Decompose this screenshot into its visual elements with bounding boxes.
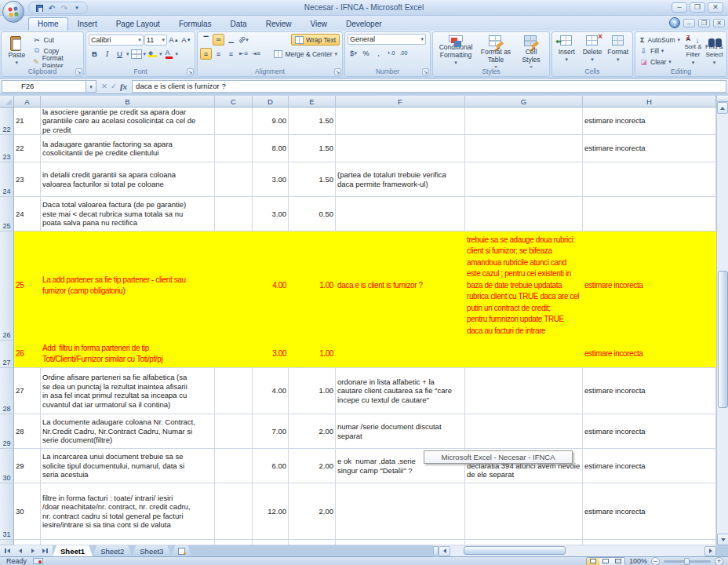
zoom-slider-thumb[interactable] [684, 558, 690, 565]
ribbon-tab-insert[interactable]: Insert [68, 17, 107, 31]
sort-filter-button[interactable]: A Z ↓ Sort & Filter▾ [683, 34, 703, 67]
ribbon-tab-page-layout[interactable]: Page Layout [107, 17, 169, 31]
split-handle[interactable] [717, 96, 728, 102]
fill-color-button[interactable]: ◆ [147, 48, 158, 60]
cell-G26[interactable]: trebuie sa se adauge doua rubrici: clien… [465, 231, 583, 341]
column-header-H[interactable]: H [583, 96, 716, 108]
prev-sheet-button[interactable] [14, 546, 26, 556]
cell-E25[interactable]: 0.50 [289, 197, 336, 231]
cell-C30[interactable] [215, 449, 253, 483]
cell-B31[interactable]: filtre in forma facturi : toate/ intrari… [41, 483, 215, 540]
font-color-button[interactable]: A [163, 48, 175, 60]
italic-button[interactable]: I [101, 48, 113, 60]
row-header-partial[interactable] [0, 540, 14, 545]
first-sheet-button[interactable] [2, 546, 13, 556]
cell-F27[interactable] [336, 341, 465, 368]
clipboard-dialog-launcher[interactable]: ↘ [75, 68, 82, 75]
cell-C27[interactable] [215, 341, 253, 368]
cell-E27[interactable]: 1.00 [289, 341, 336, 368]
cell-B27[interactable]: Add filtru in forma parteneri de tip Tot… [41, 341, 215, 368]
cell-G27[interactable] [465, 341, 583, 368]
cell-styles-button[interactable]: Cell Styles▾ [515, 34, 547, 67]
cell-E24[interactable]: 1.50 [289, 162, 336, 197]
cell-F26[interactable]: daca e is client is furnizor ? [336, 231, 465, 341]
scroll-down-button[interactable] [717, 534, 728, 545]
cell-H30[interactable]: estimare incorecta [583, 449, 716, 483]
normal-view-button[interactable] [587, 558, 599, 565]
cell-B30[interactable]: La incarcarea unui document trebuie sa s… [41, 449, 215, 483]
cell-C22[interactable] [215, 108, 253, 135]
cell-H24[interactable] [583, 162, 716, 197]
zoom-slider[interactable] [664, 560, 711, 563]
row-header-26[interactable]: 26 [0, 231, 14, 341]
cell-A23[interactable]: 22 [14, 135, 41, 162]
cell-A30[interactable]: 29 [14, 449, 41, 483]
bottom-align-button[interactable]: ▁ [225, 34, 237, 46]
alignment-dialog-launcher[interactable]: ↘ [334, 68, 341, 75]
cell-F25[interactable] [336, 197, 465, 231]
row-header-23[interactable]: 23 [0, 135, 14, 162]
column-header-E[interactable]: E [289, 96, 336, 108]
find-select-button[interactable]: Find & Select▾ [704, 34, 724, 67]
cell-B26[interactable]: La add partener sa fie tip partener - cl… [41, 231, 215, 341]
cell-D28[interactable]: 4.00 [253, 368, 289, 414]
record-macro-icon[interactable] [33, 558, 43, 564]
insert-function-icon[interactable]: fx [120, 82, 127, 91]
ribbon-tab-developer[interactable]: Developer [337, 17, 391, 31]
cell-partial-A[interactable] [14, 540, 41, 545]
horizontal-scroll-thumb[interactable] [464, 546, 566, 555]
cell-C31[interactable] [215, 483, 253, 540]
top-align-button[interactable]: ▔ [200, 34, 212, 46]
cut-button[interactable]: ✂Cut [31, 35, 81, 46]
insert-worksheet-tab[interactable] [171, 545, 191, 556]
row-header-25[interactable]: 25 [0, 197, 14, 231]
cell-G22[interactable] [465, 108, 583, 135]
cell-B23[interactable]: la adaugare garantie factoring sa apara … [41, 135, 215, 162]
sheet-tab-sheet2[interactable]: Sheet2 [93, 545, 132, 556]
bold-button[interactable]: B [89, 48, 100, 60]
clear-button[interactable]: ◪Clear▾ [638, 56, 682, 67]
close-button[interactable]: ✕ [708, 2, 723, 13]
qat-customize-button[interactable]: ▾ [71, 3, 82, 13]
cell-A28[interactable]: 27 [14, 368, 41, 414]
percent-style-button[interactable]: % [360, 47, 372, 59]
cell-A25[interactable]: 24 [14, 197, 41, 231]
cell-A24[interactable]: 23 [14, 162, 41, 197]
fill-button[interactable]: ⇩Fill▾ [638, 46, 682, 56]
cell-C25[interactable] [215, 197, 253, 231]
cell-A31[interactable]: 30 [14, 483, 41, 540]
cell-E23[interactable]: 1.50 [289, 135, 336, 162]
cell-H25[interactable] [583, 197, 716, 231]
cell-H28[interactable]: estimare incorecta [583, 368, 716, 414]
increase-decimal-button[interactable]: +.0 [385, 47, 397, 59]
column-header-C[interactable]: C [215, 96, 253, 108]
select-all-corner[interactable] [0, 96, 14, 108]
format-cells-button[interactable]: Format▾ [606, 34, 630, 67]
cell-C28[interactable] [215, 368, 253, 414]
grow-font-button[interactable]: A▲ [168, 34, 180, 46]
workbook-close-button[interactable]: ✕ [713, 19, 725, 27]
format-painter-button[interactable]: ✎Format Painter [31, 56, 81, 67]
cell-D25[interactable]: 3.00 [253, 197, 289, 231]
cell-partial-C[interactable] [215, 540, 253, 545]
cell-E30[interactable]: 2.00 [289, 449, 336, 483]
cell-F23[interactable] [336, 135, 465, 162]
cell-D29[interactable]: 7.00 [253, 414, 289, 449]
row-header-31[interactable]: 31 [0, 483, 14, 540]
restore-button[interactable]: ❐ [690, 2, 705, 13]
row-header-28[interactable]: 28 [0, 368, 14, 414]
cell-C29[interactable] [215, 414, 253, 449]
cell-partial-F[interactable] [336, 540, 465, 545]
cell-H22[interactable]: estimare incorecta [583, 108, 716, 135]
column-header-D[interactable]: D [253, 96, 289, 108]
accounting-format-button[interactable]: $▾ [348, 47, 359, 59]
ribbon-tab-review[interactable]: Review [257, 17, 301, 31]
decrease-indent-button[interactable]: ⇤≡ [238, 48, 249, 60]
help-icon[interactable]: ? [669, 17, 680, 28]
font-size-select[interactable]: 11▾ [144, 35, 167, 46]
workbook-restore-button[interactable]: ❐ [698, 19, 710, 27]
align-center-button[interactable]: ≡ [213, 48, 224, 60]
cell-E26[interactable]: 1.00 [289, 231, 336, 341]
vertical-scroll-thumb[interactable] [718, 271, 728, 408]
number-format-select[interactable]: General▾ [348, 34, 426, 45]
